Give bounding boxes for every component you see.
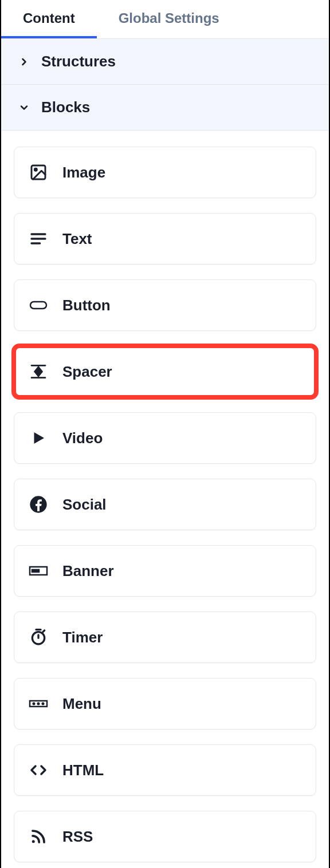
block-social-label: Social	[62, 496, 107, 514]
section-structures-title: Structures	[41, 53, 116, 70]
text-icon	[28, 228, 49, 249]
section-blocks-title: Blocks	[41, 98, 90, 116]
svg-line-17	[43, 630, 45, 632]
block-timer[interactable]: Timer	[14, 611, 316, 663]
html-icon	[28, 760, 49, 780]
svg-marker-8	[36, 372, 42, 376]
svg-point-19	[33, 703, 35, 705]
blocks-list: Image Text Button Spacer Video Social	[1, 131, 329, 868]
banner-icon	[28, 561, 49, 581]
tabs: Content Global Settings	[1, 0, 329, 39]
section-blocks[interactable]: Blocks	[1, 85, 329, 131]
tab-content[interactable]: Content	[1, 0, 97, 38]
svg-point-20	[38, 703, 40, 705]
svg-point-22	[32, 840, 35, 843]
block-video[interactable]: Video	[14, 412, 316, 464]
block-menu[interactable]: Menu	[14, 678, 316, 729]
svg-rect-13	[32, 570, 39, 572]
svg-rect-5	[30, 302, 46, 309]
svg-marker-7	[36, 367, 42, 371]
block-rss-label: RSS	[62, 828, 93, 846]
button-icon	[28, 295, 49, 315]
block-social[interactable]: Social	[14, 479, 316, 530]
block-text-label: Text	[62, 230, 92, 248]
block-menu-label: Menu	[62, 695, 101, 713]
video-icon	[28, 428, 49, 448]
social-icon	[28, 494, 49, 515]
block-html[interactable]: HTML	[14, 744, 316, 796]
chevron-right-icon	[17, 55, 31, 69]
svg-point-1	[34, 168, 37, 171]
tab-global-settings-label: Global Settings	[119, 10, 219, 26]
block-spacer-label: Spacer	[62, 363, 112, 381]
image-icon	[28, 162, 49, 183]
block-rss[interactable]: RSS	[14, 811, 316, 862]
block-button[interactable]: Button	[14, 279, 316, 331]
svg-point-21	[42, 703, 44, 705]
block-spacer[interactable]: Spacer	[14, 346, 316, 397]
block-banner-label: Banner	[62, 562, 114, 580]
tab-content-label: Content	[23, 10, 75, 26]
block-image-label: Image	[62, 164, 105, 182]
block-image[interactable]: Image	[14, 147, 316, 198]
timer-icon	[28, 627, 49, 648]
block-video-label: Video	[62, 429, 103, 447]
svg-marker-10	[34, 432, 45, 444]
block-timer-label: Timer	[62, 629, 103, 646]
section-structures[interactable]: Structures	[1, 39, 329, 85]
rss-icon	[28, 826, 49, 847]
block-html-label: HTML	[62, 762, 104, 779]
spacer-icon	[28, 361, 49, 382]
tab-global-settings[interactable]: Global Settings	[97, 0, 241, 38]
block-text[interactable]: Text	[14, 213, 316, 265]
menu-icon	[28, 693, 49, 714]
block-button-label: Button	[62, 297, 111, 314]
block-banner[interactable]: Banner	[14, 545, 316, 597]
chevron-down-icon	[17, 101, 31, 115]
